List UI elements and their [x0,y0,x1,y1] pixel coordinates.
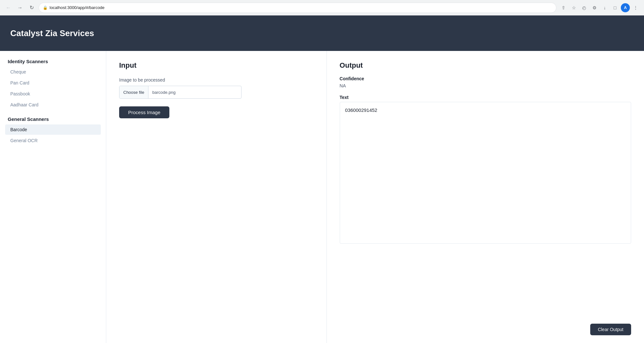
sidebar-item-pan-card[interactable]: Pan Card [5,78,101,88]
download-button[interactable]: ↓ [600,3,609,12]
address-bar[interactable]: 🔒 localhost:3000/app/#/barcode [39,3,556,13]
confidence-value: NA [340,83,631,88]
process-image-button[interactable]: Process Image [119,106,169,118]
screenshot-button[interactable]: ◴ [580,3,589,12]
browser-chrome: ← → ↻ 🔒 localhost:3000/app/#/barcode ⇧ ☆… [0,0,644,15]
confidence-label: Confidence [340,76,631,81]
file-field-label: Image to be processed [119,77,314,83]
lock-icon: 🔒 [43,5,48,10]
output-title: Output [340,61,631,70]
app-title: Catalyst Zia Services [10,28,94,38]
forward-button[interactable]: → [15,3,24,12]
bookmark-button[interactable]: ☆ [569,3,578,12]
identity-scanners-section: Identity Scanners Cheque Pan Card Passbo… [5,59,101,110]
extensions-button[interactable]: ⚙ [590,3,599,12]
general-scanners-title: General Scanners [5,116,101,122]
sidebar-item-general-ocr[interactable]: General OCR [5,135,101,146]
sidebar-item-aadhaar-card[interactable]: Aadhaar Card [5,100,101,110]
general-scanners-section: General Scanners Barcode General OCR [5,116,101,146]
file-input-wrapper: Choose file barcode.png [119,86,242,99]
sidebar-item-cheque[interactable]: Cheque [5,67,101,77]
input-panel: Input Image to be processed Choose file … [106,51,327,343]
address-url: localhost:3000/app/#/barcode [50,5,105,10]
file-name-display: barcode.png [148,90,241,95]
back-button[interactable]: ← [4,3,13,12]
output-panel: Output Confidence NA Text Clear Output [327,51,644,343]
refresh-button[interactable]: ↻ [27,3,36,12]
tab-search-button[interactable]: □ [611,3,620,12]
share-button[interactable]: ⇧ [559,3,568,12]
text-label: Text [340,95,631,100]
sidebar-item-passbook[interactable]: Passbook [5,89,101,99]
identity-scanners-title: Identity Scanners [5,59,101,64]
clear-output-button[interactable]: Clear Output [590,324,631,335]
sidebar: Identity Scanners Cheque Pan Card Passbo… [0,51,106,343]
browser-actions: ⇧ ☆ ◴ ⚙ ↓ □ A ⋮ [559,3,640,12]
input-title: Input [119,61,314,70]
choose-file-button[interactable]: Choose file [119,86,148,98]
output-text-area[interactable] [340,102,631,244]
profile-avatar[interactable]: A [621,3,630,12]
app-body: Identity Scanners Cheque Pan Card Passbo… [0,51,644,343]
menu-button[interactable]: ⋮ [631,3,640,12]
sidebar-item-barcode[interactable]: Barcode [5,124,101,135]
app-header: Catalyst Zia Services [0,15,644,51]
